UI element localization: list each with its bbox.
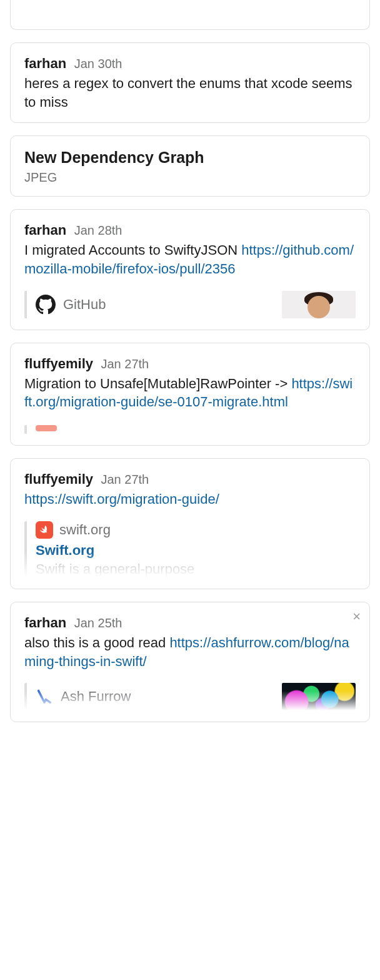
link-attachment[interactable]: Ash Furrow <box>24 683 356 710</box>
link-unfurl[interactable]: swift.org Swift.org Swift is a general-p… <box>24 521 356 577</box>
file-card[interactable]: New Dependency Graph JPEG <box>10 135 370 197</box>
unfurl-title[interactable]: Swift.org <box>36 542 356 559</box>
file-title: New Dependency Graph <box>24 149 356 167</box>
message-card-partial[interactable] <box>10 0 370 30</box>
author-name[interactable]: farhan <box>24 222 66 238</box>
message-card[interactable]: farhan Jan 30th heres a regex to convert… <box>10 42 370 123</box>
message-text: heres a regex to convert the enums that … <box>24 74 356 111</box>
link-attachment[interactable]: GitHub <box>24 291 356 318</box>
message-meta: farhan Jan 25th <box>24 615 356 631</box>
attachment-source: GitHub <box>63 296 106 313</box>
author-name[interactable]: fluffyemily <box>24 471 93 487</box>
message-card[interactable]: fluffyemily Jan 27th Migration to Unsafe… <box>10 343 370 446</box>
close-icon[interactable]: × <box>352 610 361 624</box>
message-card[interactable]: farhan Jan 28th I migrated Accounts to S… <box>10 209 370 330</box>
github-icon <box>36 295 56 315</box>
swift-icon <box>36 521 53 539</box>
message-meta: farhan Jan 30th <box>24 56 356 72</box>
file-type: JPEG <box>24 170 356 185</box>
message-body: I migrated Accounts to SwiftyJSON https:… <box>24 241 356 278</box>
message-meta: fluffyemily Jan 27th <box>24 356 356 372</box>
timestamp: Jan 27th <box>101 357 149 371</box>
message-body: Migration to Unsafe[Mutable]RawPointer -… <box>24 375 356 411</box>
message-card[interactable]: fluffyemily Jan 27th https://swift.org/m… <box>10 458 370 589</box>
message-body: also this is a good read https://ashfurr… <box>24 634 356 670</box>
message-body: https://swift.org/migration-guide/ <box>24 490 356 509</box>
message-text: I migrated Accounts to SwiftyJSON <box>24 242 241 258</box>
unfurl-description: Swift is a general-purpose <box>36 561 356 577</box>
unfurl-site: swift.org <box>59 522 111 538</box>
link-attachment[interactable] <box>24 425 356 434</box>
message-text: Migration to Unsafe[Mutable]RawPointer -… <box>24 376 291 391</box>
message-card[interactable]: × farhan Jan 25th also this is a good re… <box>10 602 370 722</box>
swift-icon <box>36 425 57 431</box>
attachment-thumbnail <box>282 683 356 710</box>
timestamp: Jan 27th <box>101 473 149 486</box>
message-meta: fluffyemily Jan 27th <box>24 471 356 488</box>
attachment-thumbnail <box>282 291 356 318</box>
site-icon <box>36 688 53 705</box>
timestamp: Jan 28th <box>74 223 122 237</box>
timestamp: Jan 25th <box>74 616 122 630</box>
attachment-source: Ash Furrow <box>61 688 131 705</box>
author-name[interactable]: fluffyemily <box>24 356 93 371</box>
message-link[interactable]: https://swift.org/migration-guide/ <box>24 491 219 507</box>
message-meta: farhan Jan 28th <box>24 222 356 238</box>
timestamp: Jan 30th <box>74 57 122 71</box>
author-name[interactable]: farhan <box>24 615 66 630</box>
author-name[interactable]: farhan <box>24 56 66 71</box>
message-text: also this is a good read <box>24 635 169 650</box>
